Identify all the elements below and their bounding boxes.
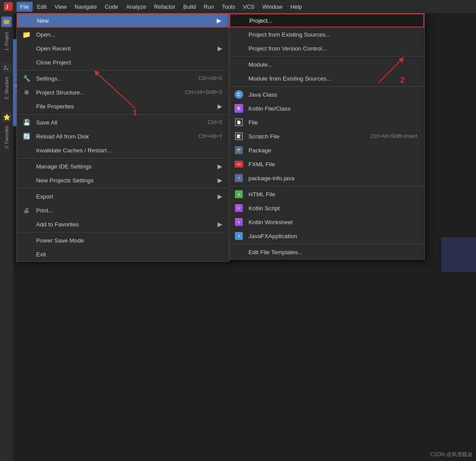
module-icon — [235, 60, 243, 69]
submenu-item-kotlin-worksheet[interactable]: K Kotlin Worksheet — [229, 215, 424, 229]
scratch-file-shortcut: Ctrl+Alt+Shift+Insert — [370, 133, 417, 139]
edit-templates-icon — [235, 248, 243, 256]
menu-item-file-properties[interactable]: File Properties ▶ — [17, 99, 229, 113]
favorites-icon[interactable]: ⭐ — [1, 112, 12, 122]
submenu-item-file[interactable]: 📄 File — [229, 115, 424, 129]
package-info-icon: ℹ — [235, 174, 243, 182]
submenu-item-edit-templates[interactable]: Edit File Templates... — [229, 245, 424, 259]
new-separator-1 — [229, 56, 424, 57]
menu-tools[interactable]: Tools — [218, 2, 238, 12]
kotlin-script-icon: K — [235, 204, 243, 212]
submenu-item-module[interactable]: Module... — [229, 57, 424, 71]
svg-rect-7 — [7, 68, 8, 70]
project-structure-shortcut: Ctrl+Alt+Shift+S — [185, 89, 222, 95]
manage-ide-icon — [22, 162, 31, 171]
menu-item-exit[interactable]: Exit — [17, 247, 229, 261]
menu-item-manage-ide[interactable]: Manage IDE Settings ▶ — [17, 159, 229, 173]
save-icon: 💾 — [22, 118, 31, 127]
kotlin-file-icon: K — [235, 104, 243, 113]
menu-refactor[interactable]: Refactor — [151, 2, 179, 12]
project-vcs-icon — [235, 44, 243, 53]
menu-analyze[interactable]: Analyze — [123, 2, 150, 12]
submenu-item-package[interactable]: 📦 Package — [229, 143, 424, 157]
file-properties-icon — [22, 102, 31, 111]
menu-item-new[interactable]: New ▶ — [17, 13, 229, 27]
menu-vcs[interactable]: VCS — [239, 2, 258, 12]
sidebar-left: 1: Project Z: Structure ⭐ 2: Favorites — [0, 13, 13, 461]
submenu-item-java-class[interactable]: C Java Class — [229, 87, 424, 101]
new-submenu: Project... Project from Existing Sources… — [229, 13, 425, 259]
open-recent-arrow: ▶ — [218, 45, 222, 52]
module-existing-icon — [235, 74, 243, 83]
file-properties-arrow: ▶ — [218, 103, 222, 110]
manage-ide-arrow: ▶ — [218, 163, 222, 170]
submenu-item-javafx[interactable]: J JavaFXApplication — [229, 229, 424, 243]
menu-navigate[interactable]: Navigate — [71, 2, 100, 12]
submenu-item-package-info[interactable]: ℹ package-info.java — [229, 171, 424, 185]
submenu-item-project[interactable]: Project... — [229, 13, 424, 27]
open-recent-icon — [22, 44, 31, 53]
invalidate-icon — [22, 146, 31, 155]
package-icon: 📦 — [235, 146, 243, 155]
accent-area — [441, 237, 476, 272]
svg-rect-3 — [4, 20, 7, 21]
menu-item-settings[interactable]: 🔧 Settings... Ctrl+Alt+S — [17, 71, 229, 85]
menu-item-reload[interactable]: 🔄 Reload All from Disk Ctrl+Alt+Y — [17, 129, 229, 143]
menu-item-close-project[interactable]: Close Project — [17, 55, 229, 69]
menu-build[interactable]: Build — [180, 2, 199, 12]
menu-item-add-favorites[interactable]: Add to Favorites ▶ — [17, 217, 229, 231]
project-structure-icon: ⊞ — [22, 88, 31, 97]
project-existing-icon — [235, 30, 243, 39]
new-icon — [23, 16, 32, 25]
submenu-item-project-vcs[interactable]: Project from Version Control... — [229, 41, 424, 55]
sidebar-favorites-label: 2: Favorites — [4, 126, 9, 148]
exit-icon — [22, 250, 31, 259]
menu-file[interactable]: File — [17, 2, 33, 12]
fxml-icon: </> — [235, 160, 243, 168]
add-favorites-arrow: ▶ — [218, 221, 222, 228]
folder-icon: 📁 — [22, 30, 31, 39]
menu-item-project-structure[interactable]: ⊞ Project Structure... Ctrl+Alt+Shift+S — [17, 85, 229, 99]
menu-item-export[interactable]: Export ▶ — [17, 189, 229, 203]
separator-4 — [17, 188, 229, 188]
menu-edit[interactable]: Edit — [34, 2, 50, 12]
submenu-item-kotlin-file[interactable]: K Kotlin File/Class — [229, 101, 424, 115]
project-icon[interactable] — [1, 17, 12, 27]
add-favorites-icon — [22, 220, 31, 229]
structure-icon[interactable] — [1, 63, 12, 73]
menu-item-invalidate[interactable]: Invalidate Caches / Restart... — [17, 143, 229, 157]
watermark: CSDN @风雪载途 — [430, 451, 473, 458]
new-projects-icon — [22, 176, 31, 185]
settings-shortcut: Ctrl+Alt+S — [198, 75, 222, 81]
print-icon: 🖨 — [22, 206, 31, 215]
menu-item-print[interactable]: 🖨 Print... — [17, 203, 229, 217]
export-arrow: ▶ — [218, 193, 222, 200]
menu-run[interactable]: Run — [200, 2, 218, 12]
submenu-item-scratch-file[interactable]: 📝 Scratch File Ctrl+Alt+Shift+Insert — [229, 129, 424, 143]
submenu-item-fxml[interactable]: </> FXML File — [229, 157, 424, 171]
new-arrow: ▶ — [217, 17, 221, 24]
submenu-item-module-existing[interactable]: Module from Existing Sources... — [229, 71, 424, 85]
submenu-item-html[interactable]: H HTML File — [229, 187, 424, 201]
menu-item-open[interactable]: 📁 Open... — [17, 27, 229, 41]
new-separator-3 — [229, 186, 424, 186]
svg-text:J: J — [5, 3, 8, 10]
separator-3 — [17, 158, 229, 158]
javafx-icon: J — [235, 232, 243, 240]
menu-item-new-projects[interactable]: New Projects Settings ▶ — [17, 173, 229, 187]
export-icon — [22, 192, 31, 201]
project-submenu-icon — [235, 16, 244, 25]
menu-item-power-save[interactable]: Power Save Mode — [17, 233, 229, 247]
menu-help[interactable]: Help — [287, 2, 305, 12]
app-logo: J — [3, 2, 13, 11]
menu-item-save-all[interactable]: 💾 Save All Ctrl+S — [17, 115, 229, 129]
menu-window[interactable]: Window — [259, 2, 286, 12]
menu-view[interactable]: View — [51, 2, 70, 12]
close-project-icon — [22, 58, 31, 67]
submenu-item-kotlin-script[interactable]: K Kotlin Script — [229, 201, 424, 215]
separator-1 — [17, 70, 229, 71]
submenu-item-project-existing[interactable]: Project from Existing Sources... — [229, 27, 424, 41]
save-all-shortcut: Ctrl+S — [208, 119, 222, 125]
menu-code[interactable]: Code — [101, 2, 122, 12]
menu-item-open-recent[interactable]: Open Recent ▶ — [17, 41, 229, 55]
